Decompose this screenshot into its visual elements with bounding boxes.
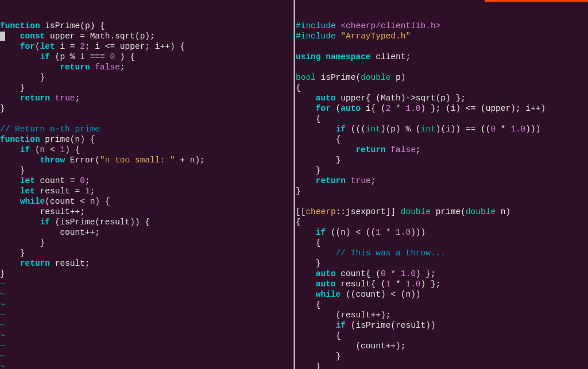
token-num: 0 xyxy=(110,52,115,61)
token-sp xyxy=(0,197,20,206)
token-sp xyxy=(0,228,60,237)
code-line[interactable]: } xyxy=(0,103,293,114)
token-sp xyxy=(296,321,336,330)
code-line[interactable]: } xyxy=(296,155,588,165)
code-line[interactable]: #include "ArrayTyped.h" xyxy=(296,31,588,41)
token-id: count{ ( xyxy=(336,269,381,278)
code-line[interactable]: [[cheerp::jsexport]] double prime(double… xyxy=(296,207,588,217)
token-paren: } xyxy=(0,269,5,278)
code-line[interactable]: if (((int)(p) % (int)(i)) == ((0 * 1.0))… xyxy=(296,124,588,134)
code-line[interactable]: } xyxy=(0,248,293,258)
code-line[interactable]: count++; xyxy=(0,227,293,238)
code-line[interactable]: throw Error("n too small: " + n); xyxy=(0,155,293,165)
token-id: ( xyxy=(331,104,341,113)
code-line[interactable]: { xyxy=(296,134,588,145)
code-line[interactable]: let count = 0; xyxy=(0,176,293,186)
code-line[interactable]: using namespace client; xyxy=(296,52,588,62)
editor-pane-right[interactable]: #include <cheerp/clientlib.h>#include "A… xyxy=(294,0,588,369)
code-line[interactable]: auto upper{ (Math)->sqrt(p) }; xyxy=(296,93,588,103)
token-attr: cheerp xyxy=(305,207,335,216)
code-line[interactable]: auto count{ (0 * 1.0) }; xyxy=(296,269,588,279)
code-line[interactable]: // This was a throw... xyxy=(296,248,588,258)
code-line[interactable]: while ((count) < (n)) xyxy=(296,289,588,300)
code-line[interactable]: } xyxy=(296,258,588,269)
token-id: prime xyxy=(40,135,70,144)
code-line[interactable]: } xyxy=(296,186,588,196)
token-id: ((count) < (n)) xyxy=(341,290,420,299)
code-line[interactable]: return true; xyxy=(296,176,588,186)
code-line[interactable] xyxy=(296,62,588,72)
editor-pane-left[interactable]: function isPrime(p) { const upper = Math… xyxy=(0,0,294,369)
code-line[interactable]: auto result{ (1 * 1.0) }; xyxy=(296,279,588,289)
token-type: double xyxy=(361,73,390,82)
token-id: upper{ (Math)->sqrt(p) }; xyxy=(336,94,466,103)
token-type: bool xyxy=(296,73,316,82)
code-line[interactable]: return result; xyxy=(0,258,293,269)
token-sp xyxy=(0,52,40,61)
token-kw: return xyxy=(355,145,385,154)
code-line[interactable] xyxy=(0,114,293,124)
code-line[interactable]: bool isPrime(double p) xyxy=(296,72,588,83)
token-id: * xyxy=(386,269,401,278)
code-line[interactable]: { xyxy=(296,114,588,124)
code-line[interactable]: } xyxy=(0,269,293,279)
code-line[interactable]: function isPrime(p) { xyxy=(0,21,293,31)
code-line[interactable]: function prime(n) { xyxy=(0,134,293,145)
empty-line-tilde: ~ xyxy=(0,320,293,331)
code-line[interactable]: // Return n-th prime xyxy=(0,124,293,134)
code-line[interactable]: if (p % i === 0 ) { xyxy=(0,52,293,62)
code-line[interactable]: } xyxy=(0,238,293,248)
code-line[interactable]: #include <cheerp/clientlib.h> xyxy=(296,21,588,31)
token-sp xyxy=(0,83,20,92)
code-line[interactable]: result++; xyxy=(0,207,293,217)
code-line[interactable]: { xyxy=(296,83,588,93)
token-paren: (p) { xyxy=(80,21,105,30)
token-num: 1.0 xyxy=(405,104,420,113)
code-line[interactable]: if ((n) < ((1 * 1.0))) xyxy=(296,227,588,238)
token-sp xyxy=(296,341,355,351)
token-sp xyxy=(0,259,20,268)
code-line[interactable]: const upper = Math.sqrt(p); xyxy=(0,31,293,41)
code-line[interactable]: { xyxy=(296,238,588,248)
code-line[interactable]: } xyxy=(296,165,588,176)
code-content-left[interactable]: function isPrime(p) { const upper = Math… xyxy=(0,21,293,369)
code-line[interactable]: for(let i = 2; i <= upper; i++) { xyxy=(0,41,293,52)
token-id: n) xyxy=(496,207,510,216)
token-id: ; xyxy=(85,176,90,185)
code-line[interactable]: (result++); xyxy=(296,310,588,320)
code-line[interactable] xyxy=(296,196,588,207)
token-kw: auto xyxy=(316,94,336,103)
code-line[interactable]: { xyxy=(296,331,588,341)
token-id: prime( xyxy=(431,207,466,216)
code-line[interactable]: while(count < n) { xyxy=(0,196,293,207)
token-sp xyxy=(0,73,40,82)
code-line[interactable]: } xyxy=(296,351,588,362)
code-line[interactable]: return false; xyxy=(296,145,588,155)
code-line[interactable]: } xyxy=(296,362,588,369)
code-line[interactable]: } xyxy=(0,83,293,93)
code-line[interactable]: for (auto i{ (2 * 1.0) }; (i) <= (upper)… xyxy=(296,103,588,114)
token-paren: { xyxy=(296,83,301,92)
code-line[interactable]: if (isPrime(result)) { xyxy=(0,217,293,227)
code-line[interactable]: let result = 1; xyxy=(0,186,293,196)
code-line[interactable] xyxy=(296,41,588,52)
token-id: ) }; xyxy=(421,279,441,289)
code-line[interactable]: { xyxy=(296,217,588,227)
token-sp xyxy=(0,176,20,185)
token-paren: } xyxy=(20,248,25,258)
token-id: ::jsexport]] xyxy=(336,207,401,216)
code-line[interactable]: return true; xyxy=(0,93,293,103)
empty-line-tilde: ~ xyxy=(0,310,293,320)
token-paren: } xyxy=(0,104,5,113)
code-content-right[interactable]: #include <cheerp/clientlib.h>#include "A… xyxy=(296,21,588,369)
code-line[interactable]: (count++); xyxy=(296,341,588,351)
token-id: ; xyxy=(371,176,376,185)
code-line[interactable]: if (isPrime(result)) xyxy=(296,320,588,331)
code-line[interactable]: return false; xyxy=(0,62,293,72)
code-line[interactable]: { xyxy=(296,300,588,310)
code-line[interactable]: } xyxy=(0,165,293,176)
token-id: ((n) < (( xyxy=(326,228,376,237)
token-sp xyxy=(296,228,316,237)
code-line[interactable]: } xyxy=(0,72,293,83)
code-line[interactable]: if (n < 1) { xyxy=(0,145,293,155)
